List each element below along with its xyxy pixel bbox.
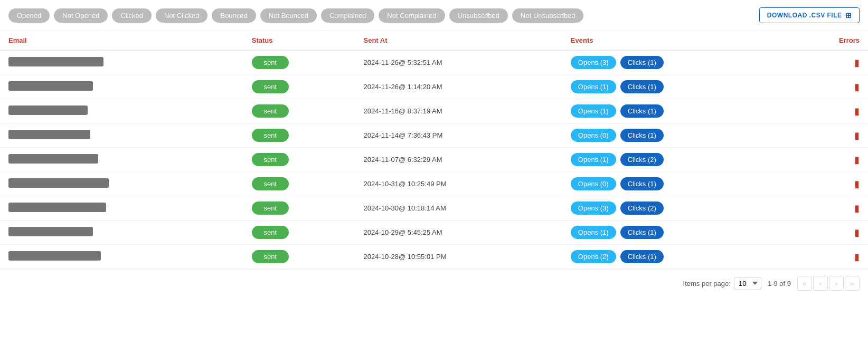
status-cell: sent	[243, 123, 355, 148]
status-cell: sent	[243, 75, 355, 99]
email-cell	[0, 196, 243, 220]
error-icon: ▮	[799, 251, 860, 263]
clicks-badge[interactable]: Clicks (2)	[620, 153, 664, 166]
filter-btn-not-unsubscribed[interactable]: Not Unsubscribed	[512, 8, 583, 23]
status-cell: sent	[243, 220, 355, 245]
filter-btn-not-opened[interactable]: Not Opened	[54, 8, 108, 23]
email-placeholder	[8, 203, 106, 212]
sent-at-cell: 2024-11-07@ 6:32:29 AM	[355, 148, 562, 172]
clicks-badge[interactable]: Clicks (2)	[620, 202, 664, 215]
errors-cell: ▮	[790, 123, 868, 148]
opens-badge[interactable]: Opens (2)	[571, 250, 616, 263]
items-per-page-label: Items per page:	[683, 280, 731, 287]
email-cell	[0, 50, 243, 75]
email-placeholder	[8, 57, 103, 66]
table-row: sent2024-11-16@ 8:37:19 AMOpens (1)Click…	[0, 99, 868, 123]
email-cell	[0, 220, 243, 245]
prev-page-button[interactable]: ‹	[813, 276, 828, 291]
status-cell: sent	[243, 148, 355, 172]
opens-badge[interactable]: Opens (1)	[571, 226, 616, 239]
status-badge: sent	[252, 129, 289, 142]
download-icon: ⊞	[845, 11, 852, 20]
sent-at-cell: 2024-10-31@ 10:25:49 PM	[355, 172, 562, 196]
opens-badge[interactable]: Opens (0)	[571, 129, 616, 142]
filter-bar: OpenedNot OpenedClickedNot ClickedBounce…	[0, 0, 868, 31]
col-header-email: Email	[0, 31, 243, 50]
opens-badge[interactable]: Opens (1)	[571, 104, 616, 118]
status-badge: sent	[252, 153, 289, 166]
table-row: sent2024-10-31@ 10:25:49 PMOpens (0)Clic…	[0, 172, 868, 196]
events-cell: Opens (3)Clicks (2)	[562, 196, 790, 220]
page-info: 1-9 of 9	[768, 280, 791, 287]
errors-cell: ▮	[790, 99, 868, 123]
opens-badge[interactable]: Opens (0)	[571, 177, 616, 190]
events-cell: Opens (1)Clicks (2)	[562, 148, 790, 172]
errors-cell: ▮	[790, 245, 868, 269]
sent-at-cell: 2024-11-26@ 1:14:20 AM	[355, 75, 562, 99]
error-icon: ▮	[799, 154, 860, 166]
errors-cell: ▮	[790, 75, 868, 99]
events-cell: Opens (0)Clicks (1)	[562, 172, 790, 196]
opens-badge[interactable]: Opens (3)	[571, 202, 616, 215]
email-placeholder	[8, 227, 93, 236]
filter-btn-opened[interactable]: Opened	[8, 8, 50, 23]
email-cell	[0, 172, 243, 196]
table-row: sent2024-11-26@ 1:14:20 AMOpens (1)Click…	[0, 75, 868, 99]
filter-btn-not-clicked[interactable]: Not Clicked	[156, 8, 207, 23]
sent-at-cell: 2024-10-29@ 5:45:25 AM	[355, 220, 562, 245]
status-badge: sent	[252, 202, 289, 215]
errors-cell: ▮	[790, 172, 868, 196]
email-cell	[0, 123, 243, 148]
clicks-badge[interactable]: Clicks (1)	[620, 129, 664, 142]
table-row: sent2024-10-29@ 5:45:25 AMOpens (1)Click…	[0, 220, 868, 245]
status-badge: sent	[252, 250, 289, 263]
items-per-page-select[interactable]: 102550100	[734, 277, 761, 290]
opens-badge[interactable]: Opens (3)	[571, 56, 616, 69]
filter-btn-not-complained[interactable]: Not Complained	[379, 8, 445, 23]
status-badge: sent	[252, 104, 289, 118]
clicks-badge[interactable]: Clicks (1)	[620, 80, 664, 93]
table-row: sent2024-11-14@ 7:36:43 PMOpens (0)Click…	[0, 123, 868, 148]
error-icon: ▮	[799, 105, 860, 117]
events-cell: Opens (2)Clicks (1)	[562, 245, 790, 269]
table-row: sent2024-11-07@ 6:32:29 AMOpens (1)Click…	[0, 148, 868, 172]
email-table-container: Email Status Sent At Events Errors sent2…	[0, 31, 868, 269]
email-placeholder	[8, 251, 101, 261]
col-header-sent-at: Sent At	[355, 31, 562, 50]
clicks-badge[interactable]: Clicks (1)	[620, 56, 664, 69]
errors-cell: ▮	[790, 50, 868, 75]
sent-at-cell: 2024-10-30@ 10:18:14 AM	[355, 196, 562, 220]
clicks-badge[interactable]: Clicks (1)	[620, 250, 664, 263]
status-cell: sent	[243, 196, 355, 220]
status-badge: sent	[252, 80, 289, 93]
clicks-badge[interactable]: Clicks (1)	[620, 104, 664, 118]
email-placeholder	[8, 130, 90, 139]
filter-btn-not-bounced[interactable]: Not Bounced	[260, 8, 317, 23]
email-placeholder	[8, 105, 88, 115]
status-cell: sent	[243, 245, 355, 269]
events-cell: Opens (0)Clicks (1)	[562, 123, 790, 148]
email-placeholder	[8, 154, 98, 164]
status-badge: sent	[252, 177, 289, 190]
filter-btn-complained[interactable]: Complained	[321, 8, 374, 23]
last-page-button[interactable]: »	[845, 276, 860, 291]
filter-btn-bounced[interactable]: Bounced	[212, 8, 256, 23]
email-placeholder	[8, 178, 109, 188]
email-placeholder	[8, 81, 93, 91]
status-badge: sent	[252, 56, 289, 69]
filter-btn-unsubscribed[interactable]: Unsubscribed	[449, 8, 508, 23]
opens-badge[interactable]: Opens (1)	[571, 153, 616, 166]
first-page-button[interactable]: «	[797, 276, 812, 291]
items-per-page-control: Items per page: 102550100	[683, 277, 761, 290]
clicks-badge[interactable]: Clicks (1)	[620, 226, 664, 239]
footer-bar: Items per page: 102550100 1-9 of 9 « ‹ ›…	[0, 269, 868, 297]
filter-btn-clicked[interactable]: Clicked	[112, 8, 152, 23]
opens-badge[interactable]: Opens (1)	[571, 80, 616, 93]
clicks-badge[interactable]: Clicks (1)	[620, 177, 664, 190]
download-csv-button[interactable]: DOWNLOAD .CSV FILE ⊞	[759, 7, 860, 23]
error-icon: ▮	[799, 130, 860, 141]
next-page-button[interactable]: ›	[829, 276, 844, 291]
col-header-events: Events	[562, 31, 790, 50]
download-label: DOWNLOAD .CSV FILE	[767, 12, 842, 19]
events-cell: Opens (1)Clicks (1)	[562, 75, 790, 99]
